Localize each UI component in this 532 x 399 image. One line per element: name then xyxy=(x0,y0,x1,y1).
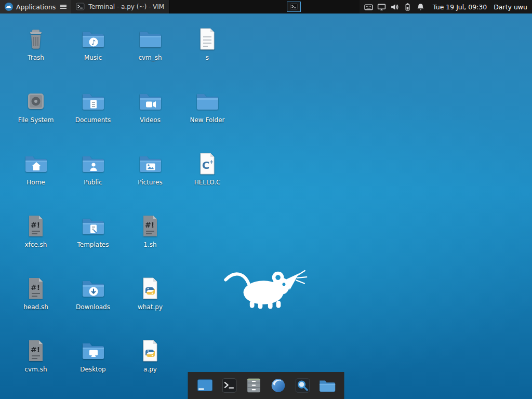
applications-menu-label: Applications xyxy=(16,3,56,11)
desktop-icon-label: Desktop xyxy=(80,366,106,374)
terminal-icon xyxy=(290,3,298,10)
folder-app-icon xyxy=(318,376,337,395)
desktop-icon-music[interactable]: ♪Music xyxy=(67,26,119,62)
dock-item-web-browser[interactable] xyxy=(269,376,288,395)
desktop-icon-label: Templates xyxy=(77,242,109,249)
python-file-icon xyxy=(138,338,163,363)
file-icon xyxy=(195,26,220,51)
desktop-icon-videos[interactable]: Videos xyxy=(124,89,176,124)
svg-text:#!: #! xyxy=(31,345,40,354)
desktop-icon-hello-c[interactable]: C+HELLO.C xyxy=(181,151,233,187)
folder-pictures-icon xyxy=(138,151,163,176)
notifications-icon[interactable] xyxy=(416,3,425,11)
desktop-icon-label: head.sh xyxy=(23,304,48,311)
panel-right-section: Tue 19 Jul, 09:30 Darty uwu xyxy=(360,0,532,14)
folder-icon xyxy=(138,26,163,51)
panel-username: Darty uwu xyxy=(494,3,527,11)
app-finder-icon xyxy=(294,376,312,395)
file-manager-icon xyxy=(245,376,263,395)
desktop-icon-templates[interactable]: Templates xyxy=(67,214,119,249)
desktop-icon-label: HELLO.C xyxy=(194,179,221,187)
folder-templates-icon xyxy=(81,214,105,238)
dock-item-show-desktop[interactable] xyxy=(195,376,215,395)
dock-item-file-manager[interactable] xyxy=(244,376,264,395)
xfce-mouse-logo xyxy=(223,265,308,313)
desktop-icon-public[interactable]: Public xyxy=(67,151,119,187)
desktop-icon-desktop[interactable]: Desktop xyxy=(67,338,119,374)
shell-script-icon: #! xyxy=(138,214,163,238)
desktop-icon-label: Home xyxy=(26,179,45,187)
dock-item-files[interactable] xyxy=(317,376,337,395)
desktop-icon-label: cvm.sh xyxy=(24,366,47,374)
shell-script-icon: #! xyxy=(23,214,48,238)
desktop-icon-s[interactable]: s xyxy=(181,26,233,62)
desktop-icon-label: a.py xyxy=(143,366,157,374)
battery-icon[interactable] xyxy=(403,3,412,11)
applications-menu-button[interactable]: Applications xyxy=(0,0,71,14)
show-desktop-icon xyxy=(196,376,215,395)
desktop-icon-label: Trash xyxy=(28,55,44,62)
desktop-icon-label: Downloads xyxy=(76,304,110,311)
desktop-icon-cvm-sh[interactable]: cvm_sh xyxy=(124,26,176,62)
top-panel: Applications Terminal - a.py (~) - VIM T… xyxy=(0,0,532,14)
dock-item-terminal[interactable] xyxy=(220,376,240,395)
dock-item-app-finder[interactable] xyxy=(293,376,313,395)
filesystem-icon xyxy=(23,89,48,114)
folder-icon xyxy=(195,89,220,114)
desktop-icon-new-folder[interactable]: New Folder xyxy=(181,89,233,124)
svg-text:+: + xyxy=(209,159,214,165)
desktop-icon-a-py[interactable]: a.py xyxy=(124,338,176,374)
terminal-app-icon xyxy=(220,376,239,395)
desktop-icon-file-system[interactable]: File System xyxy=(10,89,62,124)
desktop-icon-what-py[interactable]: what.py xyxy=(124,276,176,311)
desktop-icon-label: Public xyxy=(84,179,102,187)
folder-home-icon xyxy=(23,151,48,176)
keyboard-icon[interactable] xyxy=(364,3,373,11)
desktop-icon-label: Pictures xyxy=(138,179,163,187)
desktop-icon-pictures[interactable]: Pictures xyxy=(124,151,176,187)
terminal-icon xyxy=(76,3,85,11)
desktop-icon-documents[interactable]: Documents xyxy=(67,89,119,124)
taskbar-window-title: Terminal - a.py (~) - VIM xyxy=(88,3,164,10)
folder-videos-icon xyxy=(138,89,163,114)
c-source-icon: C+ xyxy=(195,151,220,176)
svg-text:C: C xyxy=(202,159,210,171)
folder-public-icon xyxy=(81,151,105,176)
shell-script-icon: #! xyxy=(23,338,48,363)
desktop-icon-head-sh[interactable]: #!head.sh xyxy=(10,276,62,311)
folder-desktop-icon xyxy=(81,338,105,363)
volume-icon[interactable] xyxy=(390,3,399,11)
shell-script-icon: #! xyxy=(23,276,48,301)
svg-text:#!: #! xyxy=(31,221,40,229)
folder-documents-icon xyxy=(81,89,105,114)
desktop-icon-1-sh[interactable]: #!1.sh xyxy=(124,214,176,249)
desktop-icon-xfce-sh[interactable]: #!xfce.sh xyxy=(10,214,62,249)
desktop-icon-label: File System xyxy=(18,117,54,124)
python-file-icon xyxy=(138,276,163,301)
desktop-icon-label: 1.sh xyxy=(143,242,156,249)
folder-music-icon: ♪ xyxy=(81,26,105,51)
desktop-icon-downloads[interactable]: Downloads xyxy=(67,276,119,311)
system-tray xyxy=(364,3,425,11)
desktop-icon-label: cvm_sh xyxy=(138,55,162,62)
desktop-icon-trash[interactable]: Trash xyxy=(10,26,62,62)
desktop-icon-label: Documents xyxy=(75,117,111,124)
folder-downloads-icon xyxy=(81,276,105,301)
taskbar-window-button[interactable]: Terminal - a.py (~) - VIM xyxy=(71,0,169,14)
desktop-icon-cvm-sh[interactable]: #!cvm.sh xyxy=(10,338,62,374)
menu-lines-icon xyxy=(60,5,66,9)
desktop-icon-label: s xyxy=(206,55,209,62)
svg-text:♪: ♪ xyxy=(91,38,96,46)
desktop-icon-label: what.py xyxy=(138,304,163,311)
desktop-icon-home[interactable]: Home xyxy=(10,151,62,187)
trash-icon xyxy=(23,26,48,51)
panel-terminal-launcher[interactable] xyxy=(287,2,301,12)
dock xyxy=(188,372,344,399)
desktop[interactable]: Trash♪Musiccvm_shsFile SystemDocumentsVi… xyxy=(0,0,532,399)
panel-clock[interactable]: Tue 19 Jul, 09:30 xyxy=(433,3,487,11)
web-browser-icon xyxy=(269,376,288,395)
svg-text:#!: #! xyxy=(31,283,40,291)
display-icon[interactable] xyxy=(377,3,386,11)
desktop-icon-label: Music xyxy=(84,55,102,62)
svg-text:#!: #! xyxy=(145,221,154,229)
